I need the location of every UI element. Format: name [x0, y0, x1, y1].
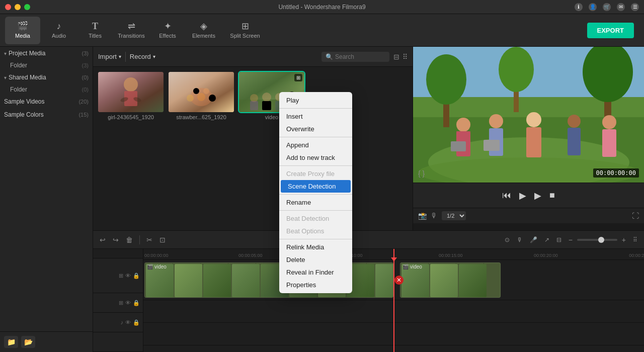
track-headers: ⊞ 👁 🔒 ⊞ 👁 🔒 ♪ 👁 🔒	[93, 249, 143, 352]
svg-point-7	[197, 93, 205, 101]
zoom-out-button[interactable]: −	[566, 234, 575, 245]
import-button[interactable]: Import ▾	[98, 53, 121, 60]
timeline-ctrl-6[interactable]: ⠿	[630, 235, 640, 245]
audio-track-icon[interactable]: ♪	[121, 319, 124, 325]
toolbar-elements[interactable]: ◈ Elements	[186, 17, 221, 44]
zoom-thumb	[598, 237, 604, 243]
resolution-select[interactable]: 1/2 1/1 1/4	[442, 211, 466, 220]
export-button[interactable]: EXPORT	[587, 23, 634, 38]
ctx-separator-5	[279, 210, 352, 211]
ctx-reveal-in-finder[interactable]: Reveal in Finder	[279, 266, 352, 279]
shared-media-folder[interactable]: Folder (0)	[0, 84, 93, 95]
ctx-scene-detection[interactable]: Scene Detection	[281, 180, 351, 193]
video-overlay-icon: ⊞	[294, 74, 302, 81]
media-toolbar: Import ▾ Record ▾ 🔍 ⊟ ⠿	[93, 47, 413, 67]
sub-track-lock-icon[interactable]: 🔒	[133, 300, 140, 306]
media-item-flowers[interactable]: strawber...625_1920	[169, 72, 234, 120]
toolbar-titles-label: Titles	[89, 33, 102, 39]
filter-icon[interactable]: ⊟	[393, 53, 399, 61]
video-clip-1[interactable]: 🎬 video	[144, 262, 393, 298]
ruler-mark-4: 00:00:20:00	[534, 253, 558, 258]
ctx-rename[interactable]: Rename	[279, 196, 352, 209]
titles-icon: T	[92, 22, 98, 31]
prev-frame-button[interactable]: ⏮	[502, 190, 511, 201]
add-folder-2-button[interactable]: 📂	[21, 336, 35, 348]
svg-rect-43	[602, 129, 616, 157]
grid-icon[interactable]: ⠿	[403, 53, 408, 61]
preview-video: { } 00:00:00:00	[413, 47, 644, 183]
ctx-insert[interactable]: Insert	[279, 110, 352, 123]
ctx-delete[interactable]: Delete	[279, 253, 352, 266]
zoom-slider[interactable]	[577, 239, 617, 241]
undo-button[interactable]: ↩	[97, 234, 108, 245]
track-lock-icon[interactable]: 🔒	[133, 273, 140, 279]
sample-videos-header[interactable]: Sample Videos (20)	[0, 95, 93, 108]
audio-eye-icon[interactable]: 👁	[125, 319, 131, 325]
toolbar-media[interactable]: 🎬 Media	[5, 17, 40, 44]
video-clip-2[interactable]: 🎬 video	[400, 262, 501, 298]
track-grid-icon[interactable]: ⊞	[119, 273, 123, 279]
menu-icon[interactable]: ☰	[631, 3, 639, 11]
delete-clip-button[interactable]: 🗑	[123, 234, 135, 245]
project-media-header[interactable]: ▾ Project Media (3)	[0, 47, 93, 60]
track-eye-icon[interactable]: 👁	[125, 273, 131, 279]
upper-section: Import ▾ Record ▾ 🔍 ⊟ ⠿	[93, 47, 644, 230]
ctx-relink-media[interactable]: Relink Media	[279, 241, 352, 253]
sub-track-eye-icon[interactable]: 👁	[125, 300, 131, 306]
svg-point-14	[250, 94, 258, 102]
cart-icon[interactable]: 🛒	[603, 3, 611, 11]
minimize-button[interactable]	[15, 4, 21, 10]
timeline-ctrl-5[interactable]: ⊟	[554, 235, 564, 245]
shared-media-header[interactable]: ▾ Shared Media (0)	[0, 71, 93, 84]
search-input[interactable]	[335, 53, 385, 60]
close-button[interactable]	[5, 4, 11, 10]
folder-count: (3)	[82, 62, 89, 68]
toolbar-titles[interactable]: T Titles	[77, 17, 113, 44]
ctx-properties[interactable]: Properties	[279, 279, 352, 291]
project-media-count: (3)	[82, 50, 89, 56]
add-folder-button[interactable]: 📁	[4, 336, 18, 348]
timeline-ctrl-2[interactable]: 🎙	[514, 235, 525, 245]
media-item-girl[interactable]: girl-2436545_1920	[98, 72, 164, 120]
sub-track-grid-icon[interactable]: ⊞	[119, 300, 123, 306]
user-icon[interactable]: 👤	[589, 3, 597, 11]
stop-button[interactable]: ■	[549, 190, 555, 201]
maximize-button[interactable]	[24, 4, 30, 10]
toolbar-transitions-label: Transitions	[118, 33, 144, 39]
toolbar-audio[interactable]: ♪ Audio	[41, 17, 76, 44]
window-controls[interactable]	[5, 4, 30, 10]
audio-icon: ♪	[57, 22, 61, 31]
toolbar-transitions[interactable]: ⇌ Transitions	[114, 17, 149, 44]
timeline-ctrl-4[interactable]: ↗	[542, 235, 552, 245]
timeline-ctrl-3[interactable]: 🎤	[527, 235, 540, 245]
toolbar-split-screen[interactable]: ⊞ Split Screen	[222, 17, 268, 44]
toolbar-effects-label: Effects	[159, 33, 176, 39]
frame-3	[203, 264, 231, 297]
crop-button[interactable]: ⊡	[157, 234, 168, 245]
play-alt-button[interactable]: ▶	[534, 190, 541, 201]
media-label-girl: girl-2436545_1920	[98, 114, 164, 120]
ctx-append[interactable]: Append	[279, 139, 352, 151]
cut-button[interactable]: ✂	[144, 234, 155, 245]
project-media-folder[interactable]: Folder (3)	[0, 60, 93, 71]
voiceover-btn[interactable]: 🎙	[431, 212, 438, 220]
ctx-play[interactable]: Play	[279, 94, 352, 107]
sample-colors-header[interactable]: Sample Colors (15)	[0, 108, 93, 121]
svg-point-40	[568, 115, 581, 128]
ctx-overwrite[interactable]: Overwrite	[279, 123, 352, 135]
audio-lock-icon[interactable]: 🔒	[133, 319, 140, 326]
timeline-ctrl-1[interactable]: ⊙	[502, 235, 512, 245]
timeline-extra-controls: ⊙ 🎙 🎤 ↗ ⊟ − + ⠿	[502, 234, 640, 245]
toolbar-effects[interactable]: ✦ Effects	[150, 17, 185, 44]
clip-1-label-container: 🎬 video	[147, 264, 167, 270]
redo-button[interactable]: ↪	[110, 234, 121, 245]
play-button[interactable]: ▶	[519, 190, 526, 201]
fullscreen-btn[interactable]: ⛶	[632, 212, 639, 220]
ctx-add-to-new-track[interactable]: Add to new track	[279, 151, 352, 164]
record-button[interactable]: Record ▾	[130, 53, 155, 60]
snapshot-btn[interactable]: 📸	[418, 212, 427, 220]
mail-icon[interactable]: ✉	[617, 3, 625, 11]
zoom-in-button[interactable]: +	[619, 234, 628, 245]
svg-point-30	[499, 47, 534, 92]
info-icon[interactable]: ℹ	[575, 3, 583, 11]
